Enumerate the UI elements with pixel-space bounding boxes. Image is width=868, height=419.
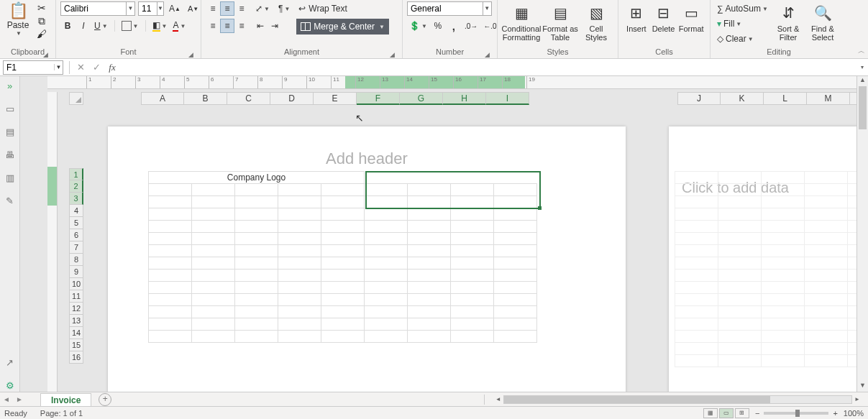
alignment-dialog-launcher[interactable]: ◢: [388, 50, 396, 58]
clear-button[interactable]: ◇Clear▼: [715, 32, 771, 46]
cell[interactable]: [365, 331, 408, 343]
cut-button[interactable]: ✂: [35, 1, 49, 14]
cell[interactable]: [408, 331, 451, 343]
cell[interactable]: [365, 221, 408, 233]
conditional-formatting-button[interactable]: ▦Conditional Formatting: [502, 1, 541, 45]
cell[interactable]: [149, 221, 192, 233]
cell[interactable]: [408, 294, 451, 306]
cell[interactable]: [718, 355, 762, 367]
view-page-break-button[interactable]: ⊞: [735, 408, 749, 418]
cell[interactable]: [762, 172, 805, 184]
cell[interactable]: [718, 318, 762, 331]
cell[interactable]: [192, 257, 235, 270]
cell[interactable]: [321, 318, 365, 331]
add-header-placeholder[interactable]: Add header: [108, 149, 626, 168]
vscroll-thumb[interactable]: [859, 86, 867, 129]
cell[interactable]: [451, 245, 494, 257]
increase-indent-button[interactable]: ⇥: [268, 19, 282, 33]
cell[interactable]: [675, 294, 718, 306]
view-normal-button[interactable]: ▦: [703, 408, 718, 418]
cell[interactable]: [365, 294, 408, 306]
row-header-16[interactable]: 16: [69, 351, 83, 364]
page-1[interactable]: Add header Company Logo: [108, 126, 626, 392]
cell[interactable]: [278, 208, 321, 221]
cell[interactable]: [235, 245, 278, 257]
cell[interactable]: [675, 184, 718, 196]
cell[interactable]: [278, 257, 321, 270]
cell[interactable]: [675, 208, 718, 221]
sheet-tab-invoice[interactable]: Invoice: [40, 393, 91, 407]
cell[interactable]: [718, 196, 762, 208]
cell[interactable]: [192, 331, 235, 343]
cell[interactable]: [848, 221, 857, 233]
row-header-13[interactable]: 13: [69, 315, 83, 327]
find-select-button[interactable]: 🔍Find & Select: [805, 1, 840, 45]
rail-btn-5[interactable]: ✎: [4, 194, 17, 207]
cell[interactable]: [762, 294, 805, 306]
cell[interactable]: [321, 257, 365, 270]
cell[interactable]: [451, 233, 494, 245]
cell[interactable]: [718, 294, 762, 306]
cell[interactable]: [192, 270, 235, 282]
number-format-combo[interactable]: ▼: [407, 1, 492, 16]
cell[interactable]: [494, 294, 537, 306]
cell[interactable]: [805, 282, 848, 294]
cell[interactable]: [762, 282, 805, 294]
cell[interactable]: [451, 318, 494, 331]
cell[interactable]: [235, 318, 278, 331]
cell[interactable]: [192, 233, 235, 245]
align-top-button[interactable]: ≡: [206, 1, 220, 16]
cell[interactable]: [365, 245, 408, 257]
bold-button[interactable]: B: [60, 19, 75, 33]
cell[interactable]: [848, 282, 857, 294]
cell[interactable]: [365, 233, 408, 245]
font-size-combo[interactable]: ▼: [138, 1, 164, 16]
cell[interactable]: [805, 343, 848, 355]
font-color-button[interactable]: A▼: [170, 19, 188, 33]
align-bottom-button[interactable]: ≡: [234, 1, 249, 16]
cell[interactable]: [235, 208, 278, 221]
cell[interactable]: [278, 245, 321, 257]
column-header-F[interactable]: F: [357, 92, 400, 105]
cell[interactable]: [149, 282, 192, 294]
rail-link-button[interactable]: ↗: [4, 356, 17, 369]
cell[interactable]: [278, 233, 321, 245]
collapse-ribbon-button[interactable]: ︿: [858, 46, 865, 56]
font-dialog-launcher[interactable]: ◢: [186, 50, 195, 58]
cell[interactable]: [718, 343, 762, 355]
cell[interactable]: [235, 331, 278, 343]
text-direction-button[interactable]: ¶▼: [276, 1, 292, 16]
sort-filter-button[interactable]: ⇵Sort & Filter: [771, 1, 805, 45]
cell[interactable]: [805, 184, 848, 196]
cell[interactable]: [235, 257, 278, 270]
align-middle-button[interactable]: ≡: [220, 1, 234, 16]
cell[interactable]: [848, 172, 857, 184]
cell[interactable]: [848, 208, 857, 221]
grow-font-button[interactable]: A▲: [167, 1, 183, 16]
cell[interactable]: [149, 184, 192, 196]
cell[interactable]: [451, 306, 494, 318]
column-header-K[interactable]: K: [721, 92, 764, 105]
cell[interactable]: [149, 294, 192, 306]
horizontal-ruler[interactable]: 12345678910111213141516171819: [47, 76, 856, 89]
cell[interactable]: [408, 245, 451, 257]
percent-button[interactable]: %: [431, 19, 445, 33]
cell[interactable]: [408, 282, 451, 294]
cell[interactable]: [149, 196, 192, 208]
cell[interactable]: [321, 245, 365, 257]
rail-btn-2[interactable]: ▤: [4, 125, 17, 138]
cell[interactable]: [848, 184, 857, 196]
increase-decimal-button[interactable]: .0→: [462, 19, 480, 33]
column-header-N[interactable]: N: [850, 92, 856, 105]
sheet-nav-prev[interactable]: ◄: [0, 395, 13, 403]
cell[interactable]: [278, 196, 321, 208]
cell[interactable]: [278, 294, 321, 306]
row-header-1[interactable]: 1: [69, 168, 83, 180]
row-header-10[interactable]: 10: [69, 278, 83, 290]
row-header-2[interactable]: 2: [69, 180, 83, 193]
cell[interactable]: [805, 233, 848, 245]
row-header-9[interactable]: 9: [69, 266, 83, 278]
cell[interactable]: [149, 331, 192, 343]
row-header-11[interactable]: 11: [69, 290, 83, 303]
cell[interactable]: [848, 355, 857, 367]
